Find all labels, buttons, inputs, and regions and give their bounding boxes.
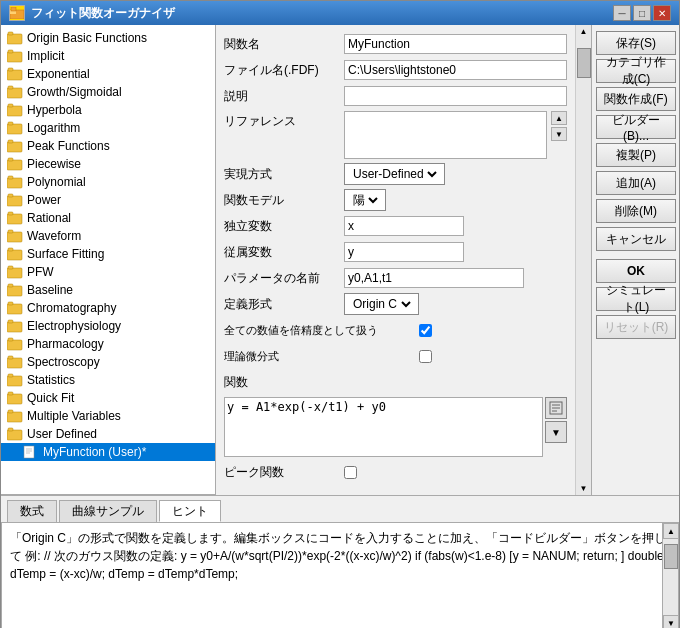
ok-button[interactable]: OK	[596, 259, 676, 283]
svg-rect-32	[8, 284, 13, 287]
scroll-thumb[interactable]	[577, 48, 591, 78]
peak-function-checkbox[interactable]	[344, 466, 357, 479]
svg-rect-37	[7, 340, 22, 350]
tree-item-power[interactable]: Power	[1, 191, 215, 209]
tree-item-chromatography[interactable]: Chromatography	[1, 299, 215, 317]
tree-item-label: Logarithm	[27, 121, 80, 135]
file-name-input[interactable]	[344, 60, 567, 80]
file-name-row: ファイル名(.FDF)	[224, 59, 567, 81]
analytical-derivative-checkbox[interactable]	[419, 350, 432, 363]
implementation-label: 実現方式	[224, 166, 344, 183]
svg-rect-22	[8, 194, 13, 197]
tree-item-logarithm[interactable]: Logarithm	[1, 119, 215, 137]
add-button[interactable]: 追加(A)	[596, 171, 676, 195]
svg-rect-40	[8, 356, 13, 359]
tree-item-user-defined[interactable]: User Defined	[1, 425, 215, 443]
tree-item-label: Baseline	[27, 283, 73, 297]
reset-button[interactable]: リセット(R)	[596, 315, 676, 339]
bottom-content: 「Origin C」の形式で関数を定義します。編集ボックスにコードを入力すること…	[1, 522, 679, 628]
minimize-button[interactable]: ─	[613, 5, 631, 21]
tree-item-polynomial[interactable]: Polynomial	[1, 173, 215, 191]
independent-var-input[interactable]	[344, 216, 464, 236]
implementation-row: 実現方式 User-Defined Origin C External DLL	[224, 163, 567, 185]
close-button[interactable]: ✕	[653, 5, 671, 21]
folder-icon	[7, 103, 23, 117]
folder-icon	[7, 319, 23, 333]
folder-icon	[7, 409, 23, 423]
svg-rect-49	[24, 446, 34, 458]
dependent-var-label: 従属変数	[224, 244, 344, 261]
tree-item-pfw[interactable]: PFW	[1, 263, 215, 281]
reference-scroll-up[interactable]: ▲	[551, 111, 567, 125]
reference-scroll-down[interactable]: ▼	[551, 127, 567, 141]
tree-item-origin-basic[interactable]: Origin Basic Functions	[1, 29, 215, 47]
create-category-button[interactable]: カテゴリ作成(C)	[596, 59, 676, 83]
tree-item-surface-fitting[interactable]: Surface Fitting	[1, 245, 215, 263]
bottom-scroll-down[interactable]: ▼	[663, 615, 679, 628]
cancel-button[interactable]: キャンセル	[596, 227, 676, 251]
tree-item-quick-fit[interactable]: Quick Fit	[1, 389, 215, 407]
function-model-select[interactable]: 陽 陰	[349, 192, 381, 208]
reference-textarea[interactable]	[344, 111, 547, 159]
hint-text: 「Origin C」の形式で関数を定義します。編集ボックスにコードを入力すること…	[10, 529, 670, 583]
implementation-select[interactable]: User-Defined Origin C External DLL	[349, 166, 440, 182]
function-code-textarea[interactable]: y = A1*exp(-x/t1) + y0	[224, 397, 543, 457]
function-name-input[interactable]	[344, 34, 567, 54]
dependent-var-input[interactable]	[344, 242, 464, 262]
tree-item-statistics[interactable]: Statistics	[1, 371, 215, 389]
tab-curve-sample[interactable]: 曲線サンプル	[59, 500, 157, 522]
svg-rect-17	[7, 160, 22, 170]
tree-item-spectroscopy[interactable]: Spectroscopy	[1, 353, 215, 371]
scroll-up-arrow[interactable]: ▲	[580, 25, 588, 38]
tree-item-implicit[interactable]: Implicit	[1, 47, 215, 65]
simulate-button[interactable]: シミュレート(L)	[596, 287, 676, 311]
bottom-scroll-thumb[interactable]	[664, 544, 678, 569]
tab-hint[interactable]: ヒント	[159, 500, 221, 522]
folder-icon	[7, 247, 23, 261]
description-input[interactable]	[344, 86, 567, 106]
tab-math[interactable]: 数式	[7, 500, 57, 522]
duplicate-button[interactable]: 複製(P)	[596, 143, 676, 167]
parameter-names-input[interactable]	[344, 268, 524, 288]
tree-item-label: Spectroscopy	[27, 355, 100, 369]
folder-icon	[7, 229, 23, 243]
tree-item-label: Waveform	[27, 229, 81, 243]
bottom-scrollbar: ▲ ▼	[662, 523, 678, 628]
maximize-button[interactable]: □	[633, 5, 651, 21]
peak-function-row: ピーク関数	[224, 461, 567, 483]
definition-form-select[interactable]: Origin C LabTalk	[349, 296, 414, 312]
tree-item-piecewise[interactable]: Piecewise	[1, 155, 215, 173]
function-name-label: 関数名	[224, 36, 344, 53]
tree-item-growth-sigmoidal[interactable]: Growth/Sigmoidal	[1, 83, 215, 101]
tree-item-myfunction[interactable]: MyFunction (User)*	[1, 443, 215, 461]
svg-rect-18	[8, 158, 13, 161]
svg-rect-20	[8, 176, 13, 179]
tree-item-exponential[interactable]: Exponential	[1, 65, 215, 83]
tree-item-label: Piecewise	[27, 157, 81, 171]
bottom-scroll-up[interactable]: ▲	[663, 523, 679, 539]
create-function-button[interactable]: 関数作成(F)	[596, 87, 676, 111]
tree-item-waveform[interactable]: Waveform	[1, 227, 215, 245]
tree-item-multiple-variables[interactable]: Multiple Variables	[1, 407, 215, 425]
save-button[interactable]: 保存(S)	[596, 31, 676, 55]
tree-item-peak-functions[interactable]: Peak Functions	[1, 137, 215, 155]
tree-item-hyperbola[interactable]: Hyperbola	[1, 101, 215, 119]
tree-item-label: Statistics	[27, 373, 75, 387]
function-code-btn1[interactable]	[545, 397, 567, 419]
function-code-btn2[interactable]: ▼	[545, 421, 567, 443]
delete-button[interactable]: 削除(M)	[596, 199, 676, 223]
tree-item-label: Pharmacology	[27, 337, 104, 351]
treat-as-double-row: 全ての数値を倍精度として扱う	[224, 319, 567, 341]
builder-button[interactable]: ビルダー(B)...	[596, 115, 676, 139]
reference-row: リファレンス ▲ ▼	[224, 111, 567, 159]
function-code-row: y = A1*exp(-x/t1) + y0 ▼	[224, 397, 567, 457]
tree-item-rational[interactable]: Rational	[1, 209, 215, 227]
tree-item-baseline[interactable]: Baseline	[1, 281, 215, 299]
tree-item-pharmacology[interactable]: Pharmacology	[1, 335, 215, 353]
svg-rect-39	[7, 358, 22, 368]
folder-icon	[7, 67, 23, 81]
scroll-down-arrow[interactable]: ▼	[580, 482, 588, 495]
treat-as-double-checkbox[interactable]	[419, 324, 432, 337]
parameter-names-row: パラメータの名前	[224, 267, 567, 289]
tree-item-electrophysiology[interactable]: Electrophysiology	[1, 317, 215, 335]
